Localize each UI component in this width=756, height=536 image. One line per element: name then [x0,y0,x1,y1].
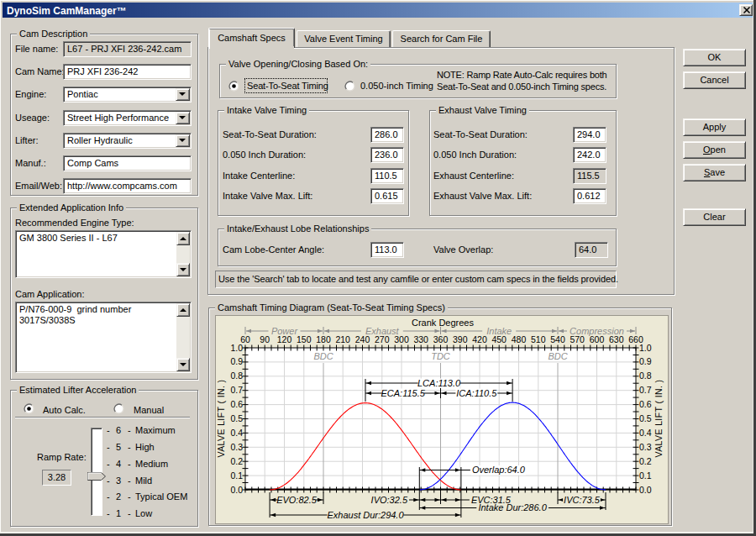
svg-text:0.4: 0.4 [639,428,652,438]
svg-text:0.6: 0.6 [230,399,243,409]
svg-text:150: 150 [297,334,312,344]
svg-text:Power: Power [271,326,299,336]
svg-text:0.0: 0.0 [230,485,243,495]
svg-text:270: 270 [375,334,390,344]
svg-text:Exhaust: Exhaust [365,326,400,336]
svg-text:TDC: TDC [431,351,450,361]
svg-text:90: 90 [260,334,270,344]
svg-text:0.3: 0.3 [230,442,243,452]
svg-text:ECA:115.5: ECA:115.5 [381,388,426,398]
svg-text:0.2: 0.2 [230,456,243,466]
svg-text:0.9: 0.9 [230,356,243,366]
svg-text:420: 420 [472,334,487,344]
svg-text:1.0: 1.0 [230,343,243,353]
svg-text:Crank Degrees: Crank Degrees [412,318,474,328]
svg-text:120: 120 [277,334,292,344]
svg-text:570: 570 [570,334,585,344]
svg-text:630: 630 [609,334,624,344]
svg-text:210: 210 [335,334,350,344]
svg-text:Compression: Compression [570,326,624,336]
svg-text:0.0: 0.0 [639,485,652,495]
svg-text:Overlap:64.0: Overlap:64.0 [472,465,526,475]
svg-text:ICA:110.5: ICA:110.5 [456,388,497,398]
svg-text:390: 390 [453,334,468,344]
svg-text:0.6: 0.6 [639,399,652,409]
svg-text:0.5: 0.5 [230,413,243,423]
svg-text:450: 450 [491,334,507,344]
svg-text:Intake Dur:286.0: Intake Dur:286.0 [478,502,547,512]
svg-text:IVC:73.5: IVC:73.5 [564,495,601,505]
svg-text:Intake: Intake [486,326,512,336]
svg-text:480: 480 [512,334,527,344]
svg-text:0.7: 0.7 [639,385,652,395]
svg-text:240: 240 [355,334,370,344]
svg-text:BDC: BDC [313,351,333,361]
svg-text:IVO:32.5: IVO:32.5 [371,495,408,505]
svg-text:0.7: 0.7 [230,385,243,395]
svg-text:300: 300 [394,334,409,344]
svg-text:Exhaust Dur:294.0: Exhaust Dur:294.0 [327,510,404,520]
svg-text:VALVE LIFT ( IN. ): VALVE LIFT ( IN. ) [216,380,226,458]
svg-text:510: 510 [531,334,546,344]
svg-text:BDC: BDC [548,351,567,361]
svg-text:600: 600 [590,334,605,344]
svg-text:360: 360 [433,334,449,344]
svg-text:0.2: 0.2 [639,456,652,466]
svg-text:0.8: 0.8 [230,370,243,381]
svg-text:540: 540 [550,334,565,344]
svg-text:EVO:82.5: EVO:82.5 [276,495,318,505]
svg-text:0.8: 0.8 [639,370,652,381]
svg-text:0.4: 0.4 [230,428,243,438]
svg-text:180: 180 [316,334,331,344]
svg-text:0.5: 0.5 [639,413,652,423]
svg-text:0.1: 0.1 [230,470,243,481]
svg-text:0.3: 0.3 [639,442,652,452]
svg-text:0.1: 0.1 [639,470,652,481]
svg-text:1.0: 1.0 [639,343,652,353]
svg-text:330: 330 [413,334,428,344]
svg-text:LCA:113.0: LCA:113.0 [417,378,461,388]
svg-text:VALVE LIFT ( IN. ): VALVE LIFT ( IN. ) [654,380,664,458]
svg-text:0.9: 0.9 [639,356,652,366]
